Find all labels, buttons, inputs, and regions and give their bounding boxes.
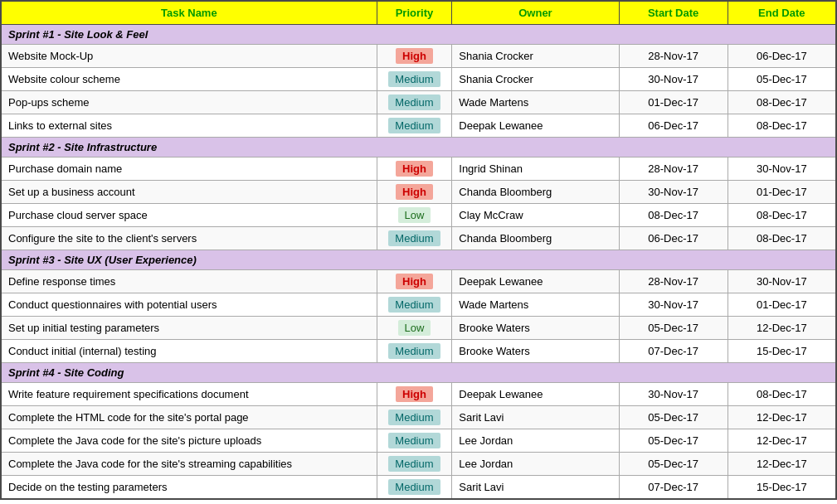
task-name-cell: Conduct questionnaires with potential us… [1,293,377,317]
task-name-cell: Configure the site to the client's serve… [1,227,377,250]
owner-cell: Chanda Bloomberg [452,227,619,250]
end-date-cell: 12-Dec-17 [728,317,836,340]
owner-cell: Sarit Lavi [452,476,619,500]
priority-badge: Medium [388,410,440,425]
priority-badge: Low [398,207,431,223]
priority-badge: Medium [388,94,440,110]
start-date-cell: 05-Dec-17 [619,453,728,476]
owner-cell: Ingrid Shinan [452,158,619,181]
task-name-cell: Pop-ups scheme [1,91,377,114]
start-date-cell: 30-Nov-17 [619,293,728,317]
table-row: Complete the Java code for the site's st… [1,453,836,476]
sprint-header-row: Sprint #3 - Site UX (User Experience) [1,250,836,270]
start-date-cell: 05-Dec-17 [619,406,728,429]
owner-cell: Wade Martens [452,293,619,317]
table-row: Set up a business accountHighChanda Bloo… [1,181,836,204]
priority-cell: High [377,270,452,293]
end-date-cell: 01-Dec-17 [728,181,836,204]
owner-cell: Brooke Waters [452,340,619,363]
priority-cell: Medium [377,293,452,317]
table-row: Pop-ups schemeMediumWade Martens01-Dec-1… [1,91,836,114]
sprint-title: Sprint #3 - Site UX (User Experience) [1,250,836,270]
priority-badge: High [396,184,433,200]
priority-cell: Medium [377,429,452,453]
priority-cell: Medium [377,453,452,476]
priority-cell: Medium [377,68,452,91]
owner-cell: Deepak Lewanee [452,383,619,406]
table-row: Website colour schemeMediumShania Crocke… [1,68,836,91]
end-date-cell: 12-Dec-17 [728,453,836,476]
owner-cell: Shania Crocker [452,45,619,68]
task-name-cell: Website Mock-Up [1,45,377,68]
priority-cell: Medium [377,476,452,500]
priority-badge: Medium [388,297,440,313]
task-name-cell: Links to external sites [1,114,377,138]
table-row: Links to external sitesMediumDeepak Lewa… [1,114,836,138]
priority-badge: Medium [388,230,440,246]
end-date-cell: 30-Nov-17 [728,158,836,181]
priority-cell: Medium [377,406,452,429]
owner-cell: Lee Jordan [452,429,619,453]
priority-cell: Low [377,317,452,340]
start-date-cell: 28-Nov-17 [619,45,728,68]
table-row: Set up initial testing parametersLowBroo… [1,317,836,340]
priority-cell: Medium [377,340,452,363]
priority-badge: Medium [388,343,440,359]
header-priority: Priority [377,1,452,25]
task-name-cell: Write feature requirement specifications… [1,383,377,406]
table-row: Conduct initial (internal) testingMedium… [1,340,836,363]
table-row: Write feature requirement specifications… [1,383,836,406]
table-row: Define response timesHighDeepak Lewanee2… [1,270,836,293]
start-date-cell: 08-Dec-17 [619,204,728,227]
start-date-cell: 06-Dec-17 [619,227,728,250]
task-name-cell: Complete the Java code for the site's pi… [1,429,377,453]
start-date-cell: 30-Nov-17 [619,181,728,204]
start-date-cell: 28-Nov-17 [619,158,728,181]
priority-badge: High [396,274,433,289]
table-row: Decide on the testing parametersMediumSa… [1,476,836,500]
end-date-cell: 08-Dec-17 [728,114,836,138]
end-date-cell: 08-Dec-17 [728,227,836,250]
start-date-cell: 06-Dec-17 [619,114,728,138]
start-date-cell: 05-Dec-17 [619,317,728,340]
priority-cell: Medium [377,91,452,114]
owner-cell: Clay McCraw [452,204,619,227]
header-task-name: Task Name [1,1,377,25]
start-date-cell: 01-Dec-17 [619,91,728,114]
header-end-date: End Date [728,1,836,25]
owner-cell: Shania Crocker [452,68,619,91]
end-date-cell: 15-Dec-17 [728,340,836,363]
header-row: Task Name Priority Owner Start Date End … [1,1,836,25]
priority-badge: High [396,161,433,177]
priority-badge: Medium [388,433,440,448]
sprint-header-row: Sprint #1 - Site Look & Feel [1,25,836,45]
priority-cell: High [377,45,452,68]
header-start-date: Start Date [619,1,728,25]
priority-cell: Medium [377,227,452,250]
owner-cell: Sarit Lavi [452,406,619,429]
sprint-title: Sprint #2 - Site Infrastructure [1,138,836,158]
owner-cell: Lee Jordan [452,453,619,476]
task-name-cell: Complete the HTML code for the site's po… [1,406,377,429]
start-date-cell: 07-Dec-17 [619,340,728,363]
end-date-cell: 15-Dec-17 [728,476,836,500]
end-date-cell: 12-Dec-17 [728,406,836,429]
start-date-cell: 30-Nov-17 [619,383,728,406]
start-date-cell: 05-Dec-17 [619,429,728,453]
task-name-cell: Set up a business account [1,181,377,204]
sprint-header-row: Sprint #2 - Site Infrastructure [1,138,836,158]
owner-cell: Wade Martens [452,91,619,114]
priority-badge: Medium [388,71,440,87]
project-table: Task Name Priority Owner Start Date End … [0,0,837,500]
priority-cell: High [377,383,452,406]
priority-badge: Low [398,320,431,336]
priority-cell: High [377,181,452,204]
task-name-cell: Conduct initial (internal) testing [1,340,377,363]
priority-cell: Low [377,204,452,227]
owner-cell: Chanda Bloomberg [452,181,619,204]
priority-cell: Medium [377,114,452,138]
table-row: Purchase cloud server spaceLowClay McCra… [1,204,836,227]
priority-badge: High [396,386,433,402]
table-row: Complete the Java code for the site's pi… [1,429,836,453]
end-date-cell: 08-Dec-17 [728,383,836,406]
